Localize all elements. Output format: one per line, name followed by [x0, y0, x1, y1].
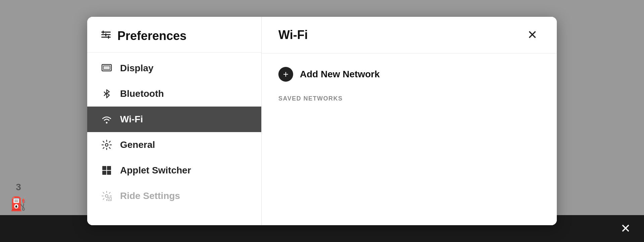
add-icon: +	[278, 67, 293, 82]
sidebar-header: Preferences	[87, 17, 261, 53]
sidebar-item-label: Applet Switcher	[120, 165, 191, 176]
display-icon	[101, 63, 113, 74]
fuel-icon: ⛽	[10, 196, 27, 212]
svg-rect-13	[102, 171, 106, 175]
general-icon	[101, 139, 113, 150]
svg-point-10	[105, 144, 108, 146]
sidebar-item-label: Wi-Fi	[120, 114, 143, 125]
sidebar-item-label: General	[120, 139, 155, 150]
svg-rect-4	[105, 33, 106, 36]
svg-rect-14	[107, 171, 111, 175]
sidebar-nav: Display Bluetooth	[87, 53, 261, 209]
add-network-row[interactable]: + Add New Network	[278, 67, 540, 82]
svg-point-15	[105, 195, 108, 197]
plus-icon: +	[283, 70, 288, 79]
svg-rect-7	[103, 66, 110, 70]
ride-settings-icon	[101, 191, 113, 201]
wifi-icon	[101, 114, 113, 125]
sidebar-item-applet-switcher[interactable]: Applet Switcher	[87, 158, 261, 183]
svg-rect-3	[103, 31, 104, 34]
applet-switcher-icon	[101, 165, 113, 176]
close-button[interactable]: ✕	[525, 28, 540, 42]
main-title: Wi-Fi	[278, 28, 308, 42]
sidebar: Preferences Display	[87, 17, 262, 225]
main-body: + Add New Network SAVED NETWORKS	[262, 53, 557, 225]
sidebar-item-wifi[interactable]: Wi-Fi	[87, 107, 261, 132]
preferences-modal: Preferences Display	[87, 17, 557, 225]
sidebar-item-label: Ride Settings	[120, 191, 180, 201]
bottom-bar-close-button[interactable]: ✕	[621, 223, 631, 235]
sidebar-item-label: Bluetooth	[120, 88, 164, 99]
sidebar-item-ride-settings[interactable]: Ride Settings	[87, 183, 261, 209]
bg-number: 3	[16, 182, 21, 193]
bluetooth-icon	[101, 88, 113, 99]
svg-rect-2	[101, 37, 111, 38]
add-network-label: Add New Network	[300, 69, 380, 80]
preferences-icon	[101, 29, 111, 43]
svg-rect-11	[102, 166, 106, 170]
sidebar-item-display[interactable]: Display	[87, 55, 261, 81]
svg-rect-5	[108, 36, 109, 39]
svg-rect-12	[107, 166, 111, 170]
svg-point-9	[106, 122, 108, 124]
sidebar-title: Preferences	[117, 29, 186, 43]
sidebar-item-bluetooth[interactable]: Bluetooth	[87, 81, 261, 107]
background-icons: 3 ⛽	[10, 182, 27, 212]
sidebar-item-label: Display	[120, 63, 154, 74]
main-header: Wi-Fi ✕	[262, 17, 557, 53]
main-content: Wi-Fi ✕ + Add New Network SAVED NETWORKS	[262, 17, 557, 225]
sidebar-item-general[interactable]: General	[87, 132, 261, 158]
saved-networks-header: SAVED NETWORKS	[278, 95, 540, 102]
